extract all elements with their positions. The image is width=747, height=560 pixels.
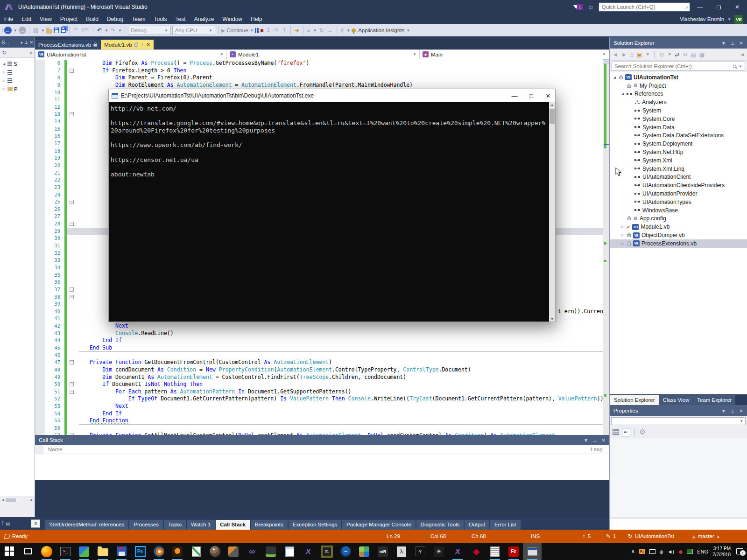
tray-filezilla-icon[interactable]: Fz [639, 549, 645, 554]
breakpoint-margin[interactable] [35, 191, 45, 199]
close-button[interactable]: ✕ [730, 4, 744, 10]
menu-build[interactable]: Build [82, 14, 103, 24]
tray-volume-icon[interactable]: ◄) [667, 549, 674, 554]
tree-item-system-net-http[interactable]: System.Net.Http [610, 148, 747, 156]
breakpoint-margin[interactable] [35, 264, 45, 272]
continue-button[interactable]: Continue [226, 28, 248, 33]
alphabetical-icon[interactable]: A↓ [622, 428, 630, 436]
tray-usb-icon[interactable]: ψ [660, 549, 663, 554]
breakpoint-margin[interactable] [35, 322, 45, 330]
console-output[interactable]: http://vb-net.com/https://translate.goog… [109, 102, 555, 322]
tray-network-icon[interactable] [649, 549, 655, 554]
taskbar-diamond-app[interactable]: ◆ [467, 543, 486, 560]
taskbar-visual-studio-2013[interactable]: ∞ [243, 543, 261, 560]
code-line-7[interactable]: 7−If Firefox.Length > 0 Then [35, 67, 603, 75]
code-line-9[interactable]: 9Dim RootElement As AutomationElement = … [35, 82, 603, 89]
attach-button[interactable]: # [340, 27, 345, 34]
breakpoint-margin[interactable] [35, 425, 45, 432]
language-indicator[interactable]: ENG [697, 549, 708, 554]
breakpoint-margin[interactable] [35, 359, 45, 366]
scrollbar-thumb[interactable] [550, 109, 555, 124]
overflow-icon[interactable]: » [741, 51, 744, 58]
breakpoint-margin[interactable] [35, 220, 45, 228]
taskbar-gimp[interactable] [205, 543, 224, 560]
code-line-50[interactable]: 50−If Document1 IsNot Nothing Then [35, 381, 603, 388]
code-line-6[interactable]: 6Dim Firefox As Process() = Process.GetP… [35, 60, 603, 67]
breakpoint-margin[interactable] [35, 308, 45, 315]
tray-expand-icon[interactable]: ∧ [631, 548, 635, 554]
home-icon[interactable]: ⌂ [630, 51, 634, 58]
menu-edit[interactable]: Edit [17, 14, 35, 24]
member-dropdown[interactable]: ◆ Main ▼ [420, 50, 609, 59]
breakpoint-margin[interactable] [35, 140, 45, 147]
breakpoint-margin[interactable] [35, 82, 45, 89]
tab-processextensions.vb[interactable]: ProcessExtensions.vb [35, 40, 100, 49]
menu-project[interactable]: Project [56, 14, 82, 24]
menu-debug[interactable]: Debug [103, 14, 127, 24]
avatar[interactable]: VE [734, 15, 743, 24]
tree-item-uiautomationclient[interactable]: UIAutomationClient [610, 173, 747, 182]
breakpoint-margin[interactable] [35, 374, 45, 381]
tree-item-uiautomationtypes[interactable]: UIAutomationTypes [610, 198, 747, 206]
action-center-icon[interactable]: 1 [736, 548, 743, 554]
code-line-43[interactable]: 43Console.ReadLine() [35, 330, 603, 337]
scroll-right-icon[interactable]: ► [30, 498, 34, 502]
column-lang[interactable]: Lang [591, 447, 609, 452]
tree-item-windowsbase[interactable]: WindowsBase [610, 206, 747, 215]
breakpoint-margin[interactable] [35, 272, 45, 279]
close-icon[interactable]: ✕ [29, 40, 33, 45]
breakpoint-margin[interactable] [35, 301, 45, 308]
stop-debugging-button[interactable]: ■ [260, 27, 263, 34]
menu-help[interactable]: Help [247, 14, 267, 24]
back-icon[interactable]: ◄ [613, 51, 618, 58]
pin-icon[interactable]: ⊥ [593, 438, 597, 443]
breakpoint-margin[interactable] [35, 176, 45, 184]
uncomment-button[interactable]: ⅟≣ [80, 27, 90, 34]
step-out-button[interactable]: ↥ [281, 27, 288, 34]
overflow-icon[interactable]: » [29, 49, 33, 56]
panel-tab-class-view[interactable]: Class View [659, 395, 693, 405]
navigate-forward-button[interactable]: → [19, 27, 26, 34]
call-stack-body[interactable] [35, 454, 609, 480]
breakpoint-margin[interactable] [35, 395, 45, 403]
breakpoint-margin[interactable] [35, 67, 45, 75]
bottom-tab-tasks[interactable]: Tasks [164, 520, 186, 530]
breakpoint-margin[interactable] [35, 279, 45, 286]
comment-button[interactable]: ≣ [72, 27, 79, 34]
feedback-icon[interactable]: ☺ [588, 4, 594, 11]
redo-button[interactable]: ↷ [110, 27, 116, 34]
list-icon[interactable]: ▤ [6, 521, 10, 526]
taskbar-blender[interactable] [149, 543, 168, 560]
tree-item-uiautomationtst[interactable]: ◢VBUIAutomationTst [610, 73, 747, 82]
solution-configuration-select[interactable]: Debug▼ [128, 26, 171, 35]
taskbar-mremote[interactable]: mR [374, 543, 392, 560]
break-all-button[interactable] [255, 28, 259, 33]
run-button[interactable]: → [326, 27, 334, 34]
taskbar-photo-viewer[interactable] [355, 543, 374, 560]
dock-menu-icon[interactable]: ⁞ [2, 521, 3, 526]
breakpoint-margin[interactable] [35, 111, 45, 118]
server-explorer-item[interactable]: ▷P [0, 85, 35, 93]
column-name[interactable]: Name [48, 447, 591, 452]
expander-icon[interactable]: ▷ [620, 242, 625, 245]
breakpoint-margin[interactable] [35, 250, 45, 257]
solution-platform-select[interactable]: Any CPU▼ [172, 26, 215, 35]
chevron-down-icon[interactable]: ▼ [584, 438, 588, 443]
editor-split-handle[interactable]: ═ [603, 59, 609, 64]
fold-toggle-icon[interactable]: − [70, 287, 74, 292]
show-all-files-icon[interactable]: ▦ [699, 51, 705, 58]
undo-button[interactable]: ↶ [96, 27, 103, 34]
tree-item-my-project[interactable]: ⚙My Project [610, 82, 747, 90]
bottom-tab--getorderedmethod-references[interactable]: 'GetOrderedMethod' references [45, 520, 128, 530]
breakpoint-margin[interactable] [35, 337, 45, 344]
application-insights-button[interactable]: Application Insights [358, 28, 404, 33]
save-button[interactable] [54, 28, 59, 33]
code-line-47[interactable]: 47−Private Function GetDocumentFromContr… [35, 359, 603, 366]
bottom-tab-breakpoints[interactable]: Breakpoints [251, 520, 288, 530]
taskbar-media-player[interactable]: 31 [317, 543, 336, 560]
menu-file[interactable]: File [0, 14, 17, 24]
code-line-44[interactable]: 44End If [35, 337, 603, 344]
taskbar-knot-app[interactable]: ✳ [430, 543, 448, 560]
console-scrollbar[interactable]: ▲ ▼ [549, 102, 555, 322]
search-input[interactable]: Search Solution Explorer (Ctrl+;) ▼ [612, 62, 745, 71]
